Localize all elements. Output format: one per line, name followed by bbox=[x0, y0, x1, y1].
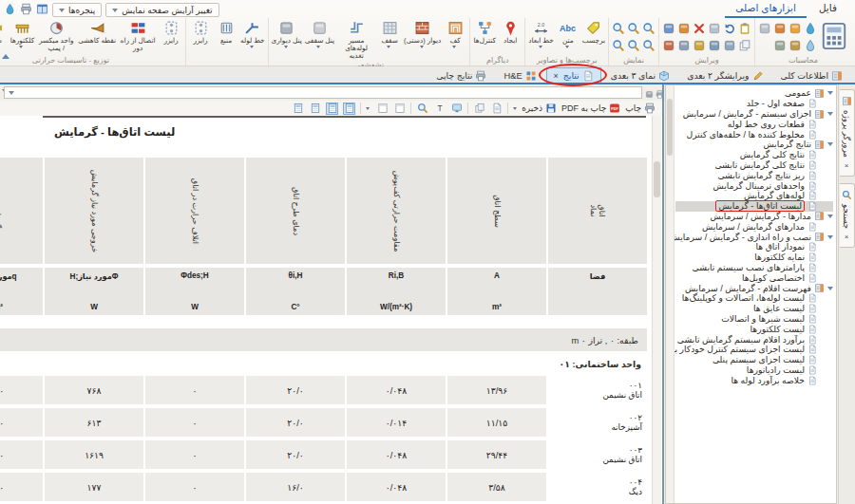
ribbon-item-متن[interactable]: Abcمتن bbox=[557, 20, 580, 48]
ribbon-item-ایجاد[interactable]: ایجاد bbox=[499, 20, 522, 45]
ribbon-small-button[interactable] bbox=[612, 39, 625, 54]
sidebar-item-18[interactable]: اختصاصی کویل‌ها bbox=[675, 272, 833, 283]
doc-tab-0[interactable]: اطلاعات کلی bbox=[773, 67, 851, 83]
ribbon-small-button[interactable] bbox=[788, 22, 802, 37]
sidebar-item-20[interactable]: لیست لوله‌ها، اتصالات و کوپلینگ‌ها bbox=[675, 293, 833, 304]
save-button[interactable]: ذخیره bbox=[513, 103, 557, 114]
sidebar-item-6[interactable]: نتایج کلی گرمایش bbox=[675, 150, 833, 160]
view-mode-icon[interactable] bbox=[343, 103, 355, 115]
close-icon[interactable]: × bbox=[554, 71, 559, 81]
ribbon-item-پنل دیواری[interactable]: پنل دیواری bbox=[272, 20, 302, 48]
ribbon-big-button[interactable] bbox=[820, 20, 848, 52]
sidebar-item-15[interactable]: نمودار اتاق ها bbox=[675, 242, 833, 252]
sidebar-item-21[interactable]: لیست عایق ها bbox=[675, 304, 833, 314]
pane-splitter[interactable] bbox=[662, 84, 664, 504]
sidebar-item-25[interactable]: لیست اجزای سیستم کنترل خودکار برای سیستم… bbox=[675, 345, 833, 355]
ribbon-small-button[interactable] bbox=[662, 22, 675, 37]
ribbon-small-button[interactable] bbox=[773, 39, 787, 54]
sidebar-item-9[interactable]: واحدهای ترمینال گرمایش bbox=[675, 180, 833, 191]
ribbon-item-واحد میکسر / پمپ[interactable]: واحد میکسر / پمپ bbox=[37, 20, 75, 52]
sidebar-item-22[interactable]: لیست شیرها و اتصالات bbox=[675, 314, 833, 325]
qat-windows-button[interactable]: تغییر آرایش صفحه نمایش bbox=[105, 3, 218, 17]
ribbon-small-button[interactable] bbox=[738, 22, 751, 37]
chevron-expanded-icon[interactable] bbox=[827, 91, 833, 95]
sidebar-item-1[interactable]: صفحه اول - جلد bbox=[675, 99, 833, 109]
text-tool-icon[interactable]: T bbox=[433, 103, 446, 115]
qat-layout-button[interactable]: پنجره‌ها bbox=[52, 3, 102, 17]
ribbon-item-شیر[interactable]: شیر bbox=[0, 20, 8, 48]
chevron-expanded-icon[interactable] bbox=[827, 287, 833, 290]
scrollbar-thumb[interactable] bbox=[654, 161, 660, 197]
ribbon-small-button[interactable] bbox=[662, 39, 675, 54]
ribbon-small-button[interactable] bbox=[773, 22, 787, 37]
sidebar-item-0[interactable]: عمومی bbox=[675, 88, 833, 99]
sidebar-item-23[interactable]: لیست کلکتورها bbox=[675, 324, 833, 334]
ribbon-item-مسیر لوله‌های تغذیه[interactable]: مسیر لوله‌های تغذیه bbox=[337, 20, 375, 60]
ribbon-small-button[interactable] bbox=[804, 39, 817, 54]
sidebar-item-12[interactable]: مدارها - گرمایش / سرمایش bbox=[675, 212, 833, 222]
collapse-ribbon-icon[interactable] bbox=[2, 54, 10, 59]
ribbon-small-button[interactable] bbox=[693, 22, 706, 37]
doc-tab-4[interactable]: H&E bbox=[496, 67, 543, 83]
qat-button[interactable] bbox=[36, 3, 48, 17]
ribbon-item-خط لوله[interactable]: خط لوله bbox=[240, 20, 265, 48]
close-icon[interactable]: × bbox=[843, 233, 851, 241]
ribbon-item-رایزر[interactable]: رایزر bbox=[160, 20, 182, 45]
monitor-icon[interactable] bbox=[450, 103, 463, 115]
chevron-expanded-icon[interactable] bbox=[827, 235, 833, 239]
sidebar-item-2[interactable]: اجزای سیستم - گرمایش / سرمایش bbox=[675, 109, 833, 120]
sidebar-item-4[interactable]: مخلوط کننده ها / حلقه‌های کنترل bbox=[675, 129, 833, 140]
view-mode-icon[interactable] bbox=[309, 103, 321, 115]
sidebar-item-27[interactable]: لیست رادیاتورها bbox=[675, 365, 833, 376]
sidebar-item-26[interactable]: لیست اجزای سیستم پنلی bbox=[675, 355, 833, 365]
chevron-expanded-icon[interactable] bbox=[827, 215, 833, 218]
ribbon-small-button[interactable] bbox=[723, 39, 736, 54]
ribbon-tab-0[interactable]: فایل bbox=[808, 0, 847, 18]
ribbon-item-خط ابعاد[interactable]: 2.0خط ابعاد bbox=[528, 20, 554, 48]
view-mode-icon[interactable] bbox=[326, 103, 338, 115]
doc-tab-1[interactable]: ویرایشگر ۲ بعدی bbox=[679, 67, 770, 83]
chevron-expanded-icon[interactable] bbox=[827, 112, 833, 116]
sidebar-item-5[interactable]: نتایج گرمایش bbox=[675, 140, 833, 150]
scrollbar-thumb[interactable] bbox=[667, 99, 673, 156]
ribbon-small-button[interactable] bbox=[642, 22, 656, 37]
ribbon-small-button[interactable] bbox=[677, 39, 691, 54]
side-tab-0[interactable]: مرورگر پروژه× bbox=[840, 89, 855, 177]
ribbon-item-پنل سقفی[interactable]: پنل سقفی bbox=[305, 20, 334, 48]
sidebar-item-7[interactable]: نتایج کلی گرمایش تابشی bbox=[675, 160, 833, 171]
sidebar-item-8[interactable]: ریز نتایج گرمایش تابشی bbox=[675, 170, 833, 180]
ribbon-item-اتصال از راه دور[interactable]: اتصال از راه دور bbox=[119, 20, 157, 52]
sidebar-item-16[interactable]: نمایه کلکتورها bbox=[675, 252, 833, 263]
page-icon[interactable] bbox=[490, 103, 503, 115]
view-mode-icon[interactable] bbox=[292, 103, 304, 115]
chevron-down-icon[interactable] bbox=[9, 91, 14, 95]
doc-tab-3[interactable]: نتایج× bbox=[546, 67, 601, 83]
sidebar-item-3[interactable]: قطعات روی خط لوله bbox=[675, 119, 833, 129]
ribbon-tab-1[interactable]: ابزارهای اصلی bbox=[725, 0, 807, 18]
ribbon-item-کلکتورها[interactable]: کلکتورها bbox=[10, 20, 35, 48]
ribbon-small-button[interactable] bbox=[627, 22, 640, 37]
sidebar-scrollbar[interactable] bbox=[666, 85, 674, 504]
ribbon-item-دیوار (دستی)[interactable]: دیوار (دستی) bbox=[404, 20, 441, 48]
copy-icon[interactable] bbox=[473, 103, 485, 115]
print-pdf-button[interactable]: PDFچاپ به PDF bbox=[561, 103, 620, 114]
chevron-expanded-icon[interactable] bbox=[827, 142, 833, 146]
ribbon-small-button[interactable] bbox=[708, 39, 721, 54]
ribbon-item-منبع[interactable]: منبع bbox=[215, 20, 238, 45]
page-layout-icon[interactable] bbox=[376, 103, 389, 115]
sidebar-item-28[interactable]: خلاصه برآورد لوله ها bbox=[675, 375, 833, 385]
side-tab-1[interactable]: جستجو× bbox=[840, 183, 855, 248]
ribbon-small-button[interactable] bbox=[804, 22, 817, 37]
doc-tab-5[interactable]: نتایج چاپی bbox=[428, 67, 494, 83]
ribbon-item-رایزر[interactable]: رایزر bbox=[189, 20, 212, 45]
sidebar-item-19[interactable]: فهرست اقلام - گرمایش / سرمایش bbox=[675, 283, 833, 293]
ribbon-item-کنترل‌ها[interactable]: کنترل‌ها bbox=[473, 20, 496, 45]
sidebar-item-24[interactable]: برآورد اقلام سیستم گرمایش تابشی bbox=[675, 334, 833, 345]
ribbon-item-برچسب[interactable]: برچسب bbox=[582, 20, 605, 45]
sidebar-item-13[interactable]: مدارهای گرمایش / سرمایش bbox=[675, 221, 833, 232]
sidebar-item-11[interactable]: لیست اتاق‌ها - گرمایش bbox=[675, 201, 833, 212]
ribbon-small-button[interactable] bbox=[758, 22, 771, 37]
ribbon-small-button[interactable] bbox=[788, 39, 802, 54]
ribbon-small-button[interactable] bbox=[612, 22, 625, 37]
sidebar-item-10[interactable]: لوله‌های گرمایش bbox=[675, 191, 833, 201]
